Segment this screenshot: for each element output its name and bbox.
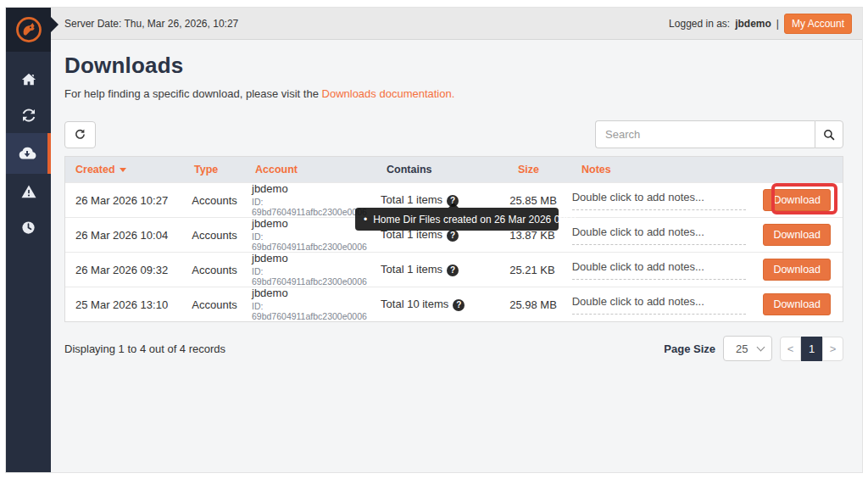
download-button[interactable]: Download (763, 224, 831, 246)
cell-size: 25.21 KB (509, 264, 572, 276)
pager-controls: Page Size 25 < 1 > (664, 336, 843, 361)
contains-tooltip: • Home Dir Files created on 26 Mar 2026 … (355, 208, 559, 231)
account-id: ID: 69bd7604911afbc2300e0006 (252, 301, 381, 321)
separator: | (776, 18, 779, 30)
refresh-icon (73, 127, 87, 142)
page-size-label: Page Size (664, 343, 715, 355)
cell-contains: Total 1 items? (381, 263, 509, 276)
topbar: Server Date: Thu, Mar 26, 2026, 10:27 Lo… (51, 8, 862, 40)
cell-action: Download (763, 259, 843, 281)
search-button[interactable] (815, 120, 843, 148)
cell-created: 26 Mar 2026 10:27 (65, 194, 192, 207)
notes-placeholder[interactable]: Double click to add notes... (572, 295, 746, 315)
cell-action: Download (763, 224, 843, 246)
warning-icon (20, 183, 37, 200)
cell-contains: Total 1 items? (381, 193, 509, 207)
help-text: For help finding a specific download, pl… (64, 87, 322, 100)
account-id: ID: 69bd7604911afbc2300e0006 (252, 231, 381, 252)
jetbackup-logo-icon (14, 15, 43, 44)
sync-icon (20, 107, 37, 124)
sort-desc-icon (120, 168, 126, 172)
my-account-button[interactable]: My Account (784, 14, 852, 34)
cell-type: Accounts (192, 229, 252, 242)
cell-contains: Total 10 items? (381, 298, 509, 311)
records-summary: Displaying 1 to 4 out of 4 records (64, 343, 225, 355)
help-line: For help finding a specific download, pl… (64, 87, 843, 100)
cell-account: jbdemo ID: 69bd7604911afbc2300e0006 (252, 287, 381, 321)
download-button[interactable]: Download (763, 189, 831, 211)
table-header-row: Created Type Account Contains Size Notes (65, 157, 843, 182)
notes-placeholder[interactable]: Double click to add notes... (572, 260, 746, 280)
home-icon (20, 71, 37, 88)
sidebar-item-downloads[interactable] (6, 133, 51, 174)
refresh-button[interactable] (64, 121, 96, 148)
cell-size: 25.98 MB (509, 298, 572, 311)
logged-in-area: Logged in as: jbdemo | My Account (669, 14, 852, 34)
question-icon[interactable]: ? (453, 299, 465, 311)
search-group (595, 120, 843, 148)
sidebar-pointer (51, 17, 58, 32)
cell-created: 26 Mar 2026 09:32 (65, 264, 192, 276)
documentation-link[interactable]: Downloads documentation. (322, 87, 455, 100)
cell-created: 25 Mar 2026 13:10 (65, 298, 192, 311)
cell-notes: Double click to add notes... (572, 260, 764, 280)
notes-placeholder[interactable]: Double click to add notes... (572, 191, 746, 210)
download-button[interactable]: Download (763, 259, 831, 281)
sidebar-item-alerts[interactable] (6, 174, 51, 209)
table-footer: Displaying 1 to 4 out of 4 records Page … (64, 336, 843, 361)
cell-notes: Double click to add notes... (572, 191, 764, 210)
cell-type: Accounts (192, 264, 252, 276)
main-content: Downloads For help finding a specific do… (51, 41, 862, 472)
server-date: Server Date: Thu, Mar 26, 2026, 10:27 (64, 18, 238, 30)
next-page-button[interactable]: > (822, 337, 843, 361)
account-id: ID: 69bd7604911afbc2300e0006 (252, 266, 381, 287)
page-title: Downloads (64, 53, 843, 79)
cell-notes: Double click to add notes... (572, 226, 764, 245)
sidebar-nav (6, 62, 51, 245)
cell-size: 25.85 MB (509, 194, 572, 207)
sidebar-item-history[interactable] (6, 209, 51, 245)
header-contains: Contains (387, 164, 518, 175)
header-size[interactable]: Size (518, 164, 581, 175)
page-size-select[interactable]: 25 (723, 336, 772, 361)
cell-notes: Double click to add notes... (572, 295, 764, 315)
pagination: < 1 > (780, 337, 843, 361)
table-row: 26 Mar 2026 09:32 Accounts jbdemo ID: 69… (65, 252, 843, 287)
tooltip-text: Home Dir Files created on 26 Mar 2026 08… (373, 214, 579, 226)
app-window: Server Date: Thu, Mar 26, 2026, 10:27 Lo… (5, 7, 863, 473)
cloud-download-icon (18, 144, 36, 163)
page-size-value: 25 (736, 343, 748, 355)
sidebar-item-home[interactable] (6, 62, 51, 97)
cell-created: 26 Mar 2026 10:04 (65, 229, 192, 242)
logo-block[interactable] (6, 8, 51, 52)
table-row: 25 Mar 2026 13:10 Accounts jbdemo ID: 69… (65, 287, 843, 321)
current-page-button[interactable]: 1 (801, 337, 822, 361)
notes-placeholder[interactable]: Double click to add notes... (572, 226, 746, 245)
question-icon[interactable]: ? (447, 265, 459, 276)
cell-type: Accounts (192, 194, 252, 207)
tooltip-bullet: • (364, 214, 367, 226)
download-button[interactable]: Download (763, 293, 831, 315)
cell-action: Download (763, 189, 843, 211)
sidebar (6, 8, 51, 472)
logged-in-label: Logged in as: (669, 18, 730, 30)
header-type[interactable]: Type (194, 164, 255, 175)
header-account[interactable]: Account (255, 164, 387, 175)
tooltip-caret-icon (448, 203, 459, 208)
sidebar-item-sync[interactable] (6, 97, 51, 133)
table-toolbar (64, 120, 843, 148)
header-notes[interactable]: Notes (581, 164, 776, 175)
downloads-table: Created Type Account Contains Size Notes… (64, 156, 843, 322)
logged-in-username: jbdemo (735, 18, 771, 30)
search-input[interactable] (595, 120, 815, 148)
cell-account: jbdemo ID: 69bd7604911afbc2300e0006 (252, 253, 381, 287)
cell-action: Download (763, 293, 843, 315)
header-created[interactable]: Created (65, 164, 194, 175)
search-icon (822, 128, 836, 142)
cell-type: Accounts (192, 298, 252, 311)
question-icon[interactable]: ? (447, 230, 459, 242)
prev-page-button[interactable]: < (780, 337, 801, 361)
chevron-down-icon (757, 343, 765, 352)
clock-icon (20, 220, 36, 236)
